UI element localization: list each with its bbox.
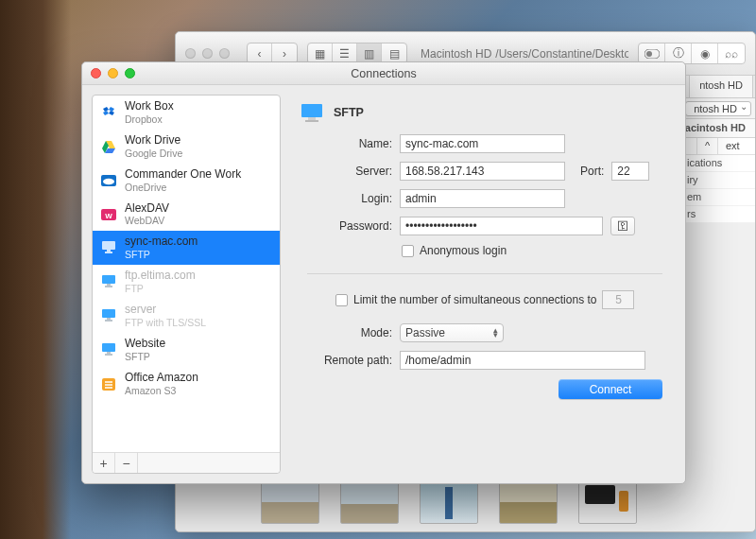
password-label: Password: [307, 219, 392, 233]
connection-form: SFTP Name: Server: Port: Login: [290, 95, 676, 474]
connection-subtitle: FTP with TLS/SSL [125, 317, 206, 328]
toggle-icon[interactable] [639, 43, 665, 63]
connection-subtitle: Google Drive [125, 148, 182, 159]
protocol-label: SFTP [334, 106, 364, 119]
thumbnail[interactable] [420, 480, 478, 524]
info-icon[interactable]: ⓘ [665, 43, 692, 63]
view-icons-icon[interactable]: ▦ [308, 43, 333, 63]
remove-connection-button[interactable]: − [115, 453, 138, 473]
connection-item[interactable]: Commander One WorkOneDrive [93, 164, 280, 198]
svg-rect-24 [105, 354, 112, 356]
view-list-icon[interactable]: ☰ [333, 43, 357, 63]
svg-rect-19 [102, 309, 115, 318]
port-label: Port: [580, 165, 604, 178]
login-input[interactable] [400, 189, 565, 208]
connections-list: Work BoxDropboxWork DriveGoogle DriveCom… [93, 96, 280, 452]
finder-traffic-lights [185, 48, 230, 59]
connections-sidebar: Work BoxDropboxWork DriveGoogle DriveCom… [92, 95, 281, 474]
svg-rect-26 [301, 104, 322, 117]
svg-rect-22 [102, 343, 115, 352]
view-gallery-icon[interactable]: ▤ [382, 43, 406, 63]
finder-path: Macintosh HD /Users/Constantine/Desktop/… [417, 47, 628, 61]
mode-select[interactable]: Passive ▴▾ [400, 323, 504, 342]
minimize-icon[interactable] [202, 48, 213, 59]
name-input[interactable] [400, 134, 565, 153]
thumbnail[interactable] [578, 480, 637, 524]
divider [307, 273, 662, 274]
svg-marker-5 [109, 111, 114, 115]
finder-dropdown[interactable]: ntosh HD [685, 101, 751, 116]
connect-button[interactable]: Connect [558, 379, 662, 399]
server-input[interactable] [400, 162, 565, 181]
path-prefix: Macintosh HD [421, 47, 491, 61]
anonymous-checkbox[interactable] [402, 245, 414, 257]
back-button[interactable]: ‹ [248, 43, 272, 63]
connection-item[interactable]: ftp.eltima.comFTP [93, 265, 280, 299]
connection-item[interactable]: serverFTP with TLS/SSL [93, 299, 280, 333]
limit-input [602, 290, 634, 309]
sftp-icon [100, 341, 117, 358]
minimize-icon[interactable] [108, 68, 118, 78]
connection-title: ftp.eltima.com [125, 270, 196, 283]
dropbox-icon [100, 104, 117, 121]
name-label: Name: [307, 137, 392, 150]
webdav-icon: W [100, 206, 117, 223]
thumbnail[interactable] [261, 480, 319, 524]
sftp-icon [100, 239, 117, 256]
key-icon[interactable]: ⚿ [610, 217, 635, 235]
svg-rect-18 [105, 286, 112, 287]
connection-title: Website [125, 338, 165, 351]
connection-item[interactable]: WebsiteSFTP [93, 333, 280, 367]
binoculars-icon[interactable]: ⌕⌕ [718, 43, 745, 63]
connection-subtitle: FTP [125, 283, 196, 294]
connection-subtitle: OneDrive [125, 182, 241, 193]
zoom-icon[interactable] [219, 48, 230, 59]
connection-title: Office Amazon [125, 372, 198, 385]
connection-item[interactable]: sync-mac.comSFTP [93, 231, 280, 265]
close-icon[interactable] [91, 68, 101, 78]
ftp-icon [100, 307, 117, 324]
connection-title: AlexDAV [125, 202, 169, 216]
connection-title: Work Drive [125, 134, 182, 148]
remote-path-input[interactable] [400, 351, 645, 370]
connection-item[interactable]: WAlexDAVWebDAV [93, 198, 280, 232]
login-label: Login: [307, 192, 392, 205]
mode-label: Mode: [307, 326, 392, 339]
connection-title: server [125, 304, 206, 317]
mode-value: Passive [405, 326, 445, 339]
connection-item[interactable]: Work BoxDropbox [93, 96, 280, 130]
connection-item[interactable]: Work DriveGoogle Drive [93, 130, 280, 164]
thumbnail[interactable] [499, 480, 558, 524]
anonymous-label: Anonymous login [420, 244, 507, 257]
port-input[interactable] [611, 162, 649, 181]
password-input[interactable] [400, 217, 603, 235]
add-connection-button[interactable]: + [93, 453, 115, 473]
limit-checkbox[interactable] [335, 294, 348, 306]
svg-marker-2 [103, 107, 109, 112]
sidebar-footer: + − [93, 452, 280, 473]
connection-title: sync-mac.com [125, 235, 198, 249]
connection-subtitle: SFTP [125, 249, 198, 260]
zoom-icon[interactable] [125, 68, 135, 78]
connection-title: Commander One Work [125, 168, 241, 182]
quicklook-icon[interactable]: ◉ [692, 43, 718, 63]
col-ext[interactable]: ext [717, 138, 755, 154]
remote-path-label: Remote path: [307, 354, 392, 367]
svg-rect-21 [105, 320, 112, 322]
svg-rect-28 [305, 120, 318, 122]
view-columns-icon[interactable]: ▥ [357, 43, 382, 63]
connection-item[interactable]: Office AmazonAmazon S3 [93, 367, 280, 401]
connection-subtitle: Amazon S3 [125, 385, 198, 396]
finder-tab[interactable]: ntosh HD [689, 76, 753, 97]
path-text: /Users/Constantine/Desktop/www/MacEltima… [495, 47, 628, 61]
svg-rect-13 [102, 241, 115, 250]
forward-button[interactable]: › [272, 43, 297, 63]
sort-indicator[interactable]: ^ [696, 138, 717, 154]
limit-label: Limit the number of simultaneous connect… [353, 293, 596, 306]
window-title: Connections [82, 67, 685, 80]
sftp-icon [300, 102, 324, 123]
thumbnail[interactable] [340, 480, 399, 524]
chevron-updown-icon: ▴▾ [493, 328, 498, 339]
close-icon[interactable] [185, 48, 196, 59]
svg-text:W: W [105, 212, 112, 220]
